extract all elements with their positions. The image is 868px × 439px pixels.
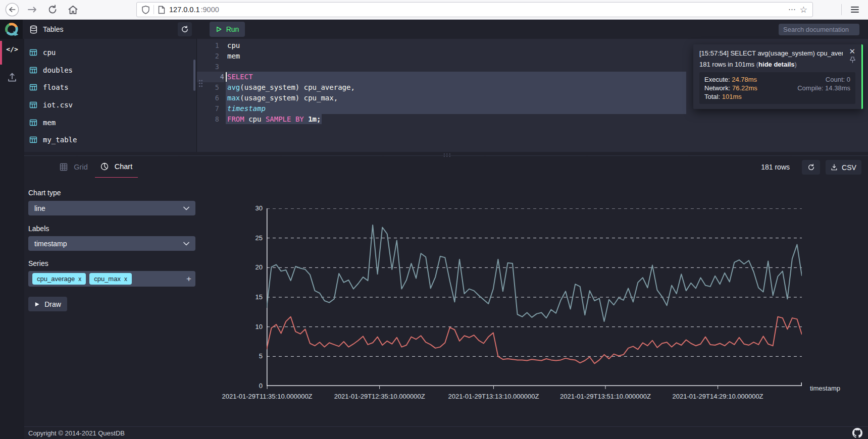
x-tick-label: 2021-01-29T14:29:10.000000Z [673,393,763,400]
hide-details-link[interactable]: hide details [758,61,795,68]
row-count-label: 181 rows [761,156,790,178]
browser-forward-button[interactable] [25,3,39,17]
table-row-iot.csv[interactable]: iot.csv [24,96,196,114]
tables-panel: cpudoublesfloatsiot.csvmemmy_table [24,39,197,152]
chart-panel: Chart type line Labels timestamp Series … [24,178,868,426]
tables-panel-title: Tables [43,25,63,33]
page-info-icon[interactable] [158,6,165,14]
labels-label: Labels [28,225,49,233]
shield-icon[interactable] [142,6,149,14]
browser-address-bar[interactable]: 127.0.0.1:9000 ⋯ ☆ [136,2,813,17]
selection-highlight [226,103,686,114]
close-icon[interactable]: ✕ [849,47,855,55]
table-row-floats[interactable]: floats [24,79,196,96]
browser-menu-icon[interactable] [848,3,862,17]
table-row-my_table[interactable]: my_table [24,131,196,149]
tables-refresh-button[interactable] [178,22,192,36]
sql-editor-icon[interactable]: </> [0,45,24,53]
code-token: (usage_system) cpu_max, [240,94,338,102]
pin-icon[interactable] [850,57,855,63]
table-name: mem [43,119,56,127]
metric-execute: Execute: 24.78ms [704,76,783,83]
table-name: floats [43,83,69,91]
left-rail: </> [0,39,24,439]
x-tick-label: 2021-01-29T11:35:10.000000Z [222,393,313,400]
url-port: :9000 [200,6,219,14]
chart-type-label: Chart type [28,189,61,197]
run-query-button[interactable]: Run [210,22,245,37]
code-line-8: FROM cpu SAMPLE BY 1m; [227,114,321,125]
questdb-console-window: 127.0.0.1:9000 ⋯ ☆ Tables [0,0,868,439]
metric-total: Total: 101ms [704,93,783,100]
series-chip-label: cpu_max [94,275,121,283]
run-play-icon [216,26,222,33]
questdb-logo[interactable] [0,20,23,39]
browser-back-button[interactable] [5,3,19,17]
code-token: cpu [244,115,266,123]
csv-button-label: CSV [842,163,856,172]
search-documentation-input[interactable]: Search documentation [779,24,859,35]
table-row-mem[interactable]: mem [24,114,196,131]
x-axis-title: timestamp [810,385,840,392]
code-token: timestamp [227,104,266,113]
copyright-text: Copyright © 2014-2021 QuestDB [28,429,125,437]
editor-toolbar: Run Search documentation [197,20,868,39]
labels-value: timestamp [34,240,67,248]
code-token: SELECT [227,73,253,81]
tables-scrollbar[interactable] [193,60,195,91]
browser-reload-button[interactable] [45,3,60,17]
y-tick-label: 5 [222,352,263,360]
draw-button[interactable]: Draw [28,297,67,311]
x-tick-label: 2021-01-29T13:13:10.000000Z [448,393,539,400]
labels-select[interactable]: timestamp [28,236,195,251]
series-chip-cpu_average[interactable]: cpu_averagex [32,273,86,285]
line-chart-canvas[interactable] [267,208,802,390]
table-icon [29,101,37,109]
y-tick-label: 30 [222,204,263,212]
chip-remove-icon[interactable]: x [124,276,127,283]
import-upload-icon[interactable] [7,72,17,82]
code-token: 1m; [304,115,321,123]
table-icon [29,66,37,74]
draw-button-label: Draw [44,300,61,308]
chart-type-select[interactable]: line [28,201,195,215]
gutter-line-number: 6 [197,93,219,103]
table-icon [29,48,37,57]
panel-resize-handle-vertical[interactable] [198,79,203,87]
github-icon[interactable] [852,428,862,438]
tab-chart-label: Chart [115,162,132,171]
table-row-cpu[interactable]: cpu [24,44,196,62]
tab-grid-label: Grid [74,163,87,171]
table-row-doubles[interactable]: doubles [24,62,196,79]
page-actions-icon[interactable]: ⋯ [788,5,796,14]
series-input[interactable]: cpu_averagexcpu_maxx + [28,271,195,287]
tab-chart[interactable]: Chart [95,156,138,178]
y-tick-label: 25 [222,234,263,242]
horizontal-splitter[interactable] [24,152,868,155]
code-token: (usage_system) cpu_average, [240,83,355,91]
grid-icon [60,163,68,171]
results-refresh-button[interactable] [802,160,820,175]
add-series-button[interactable]: + [186,274,191,284]
browser-toolbar: 127.0.0.1:9000 ⋯ ☆ [0,0,868,20]
download-csv-button[interactable]: CSV [826,160,861,175]
chip-remove-icon[interactable]: x [78,276,81,283]
query-summary-text: 181 rows in 101ms [699,61,756,68]
pie-chart-icon [100,162,109,171]
chevron-down-icon [183,242,189,246]
query-log-popup: [15:57:54] SELECT avg(usage_system) cpu_… [693,44,863,109]
bookmark-star-icon[interactable]: ☆ [800,5,807,15]
tab-grid[interactable]: Grid [54,156,94,178]
code-token: cpu [227,41,240,49]
run-button-label: Run [226,25,239,33]
tables-panel-header: Tables [23,20,197,39]
code-token: avg [227,83,240,91]
address-bar-divider [154,5,154,14]
y-tick-label: 0 [222,382,263,390]
paren: ) [795,61,797,68]
y-tick-label: 20 [222,263,263,271]
y-tick-label: 15 [222,293,263,301]
series-chip-cpu_max[interactable]: cpu_maxx [89,273,132,285]
browser-home-button[interactable] [66,3,80,17]
y-tick-label: 10 [222,323,263,331]
